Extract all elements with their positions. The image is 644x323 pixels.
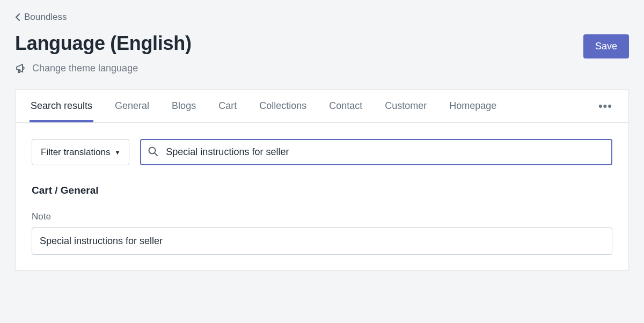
section-title: Cart / General xyxy=(32,185,612,196)
tab-contact[interactable]: Contact xyxy=(328,90,363,122)
field-note-input[interactable] xyxy=(32,227,612,255)
breadcrumb-label: Boundless xyxy=(24,12,67,23)
tabs-more-button[interactable]: ••• xyxy=(596,95,614,118)
caret-down-icon: ▼ xyxy=(114,149,120,156)
translations-card: Search results General Blogs Cart Collec… xyxy=(15,89,629,270)
tab-cart[interactable]: Cart xyxy=(217,90,238,122)
breadcrumb[interactable]: Boundless xyxy=(15,12,67,23)
tab-collections[interactable]: Collections xyxy=(258,90,308,122)
filter-translations-button[interactable]: Filter translations ▼ xyxy=(32,139,129,165)
search-input[interactable] xyxy=(140,139,612,165)
megaphone-icon xyxy=(15,62,28,74)
tab-blogs[interactable]: Blogs xyxy=(171,90,197,122)
tab-homepage[interactable]: Homepage xyxy=(448,90,497,122)
filter-translations-label: Filter translations xyxy=(41,147,110,158)
chevron-left-icon xyxy=(15,13,21,21)
change-theme-language-label: Change theme language xyxy=(32,63,138,74)
change-theme-language-link[interactable]: Change theme language xyxy=(15,62,138,74)
tab-customer[interactable]: Customer xyxy=(384,90,428,122)
field-note-label: Note xyxy=(32,211,612,222)
page-title: Language (English) xyxy=(15,32,192,55)
tabs-bar: Search results General Blogs Cart Collec… xyxy=(16,90,628,123)
save-button[interactable]: Save xyxy=(583,34,629,58)
tab-search-results[interactable]: Search results xyxy=(30,90,93,122)
tab-general[interactable]: General xyxy=(114,90,150,122)
